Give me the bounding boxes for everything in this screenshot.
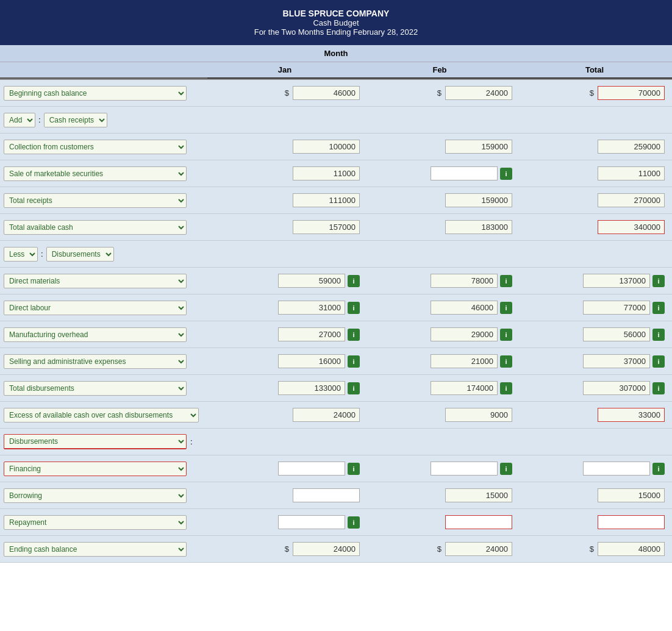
financing-row: Financing i i i — [0, 455, 672, 482]
beginning-total-cell: $ — [516, 86, 668, 100]
disbursements-select[interactable]: Disbursements — [46, 247, 114, 262]
excess-feb-input[interactable] — [445, 408, 512, 422]
excess-total-input[interactable] — [598, 408, 665, 422]
direct-lab-jan-info-btn[interactable]: i — [348, 302, 360, 314]
sell-admin-total-info-btn[interactable]: i — [652, 355, 665, 368]
collection-total-input[interactable] — [598, 140, 665, 154]
total-avail-total-cell — [516, 220, 668, 234]
financing-select[interactable]: Financing — [4, 462, 187, 476]
beginning-jan-input[interactable] — [293, 86, 360, 100]
sell-admin-feb-info-btn[interactable]: i — [500, 355, 512, 368]
mfg-oh-feb-input[interactable] — [431, 327, 498, 341]
financing-total-info-btn[interactable]: i — [652, 463, 665, 475]
direct-lab-select[interactable]: Direct labour — [4, 301, 187, 315]
borrowing-feb-input[interactable] — [445, 488, 512, 502]
mfg-oh-select[interactable]: Manufacturing overhead — [4, 327, 187, 342]
direct-mat-jan-input[interactable] — [278, 274, 345, 288]
total-disb-select[interactable]: Total disbursements — [4, 381, 187, 396]
collection-feb-input[interactable] — [445, 140, 512, 154]
excess-jan-input[interactable] — [293, 408, 360, 422]
beginning-cash-label-cell: Beginning cash balance — [4, 86, 211, 101]
repayment-total-input[interactable] — [598, 515, 665, 529]
direct-lab-total-input[interactable] — [583, 301, 650, 315]
repayment-jan-input[interactable] — [278, 515, 345, 529]
excess-jan-cell — [211, 408, 363, 422]
mfg-oh-jan-info-btn[interactable]: i — [348, 329, 360, 341]
total-receipts-feb-cell — [363, 193, 516, 207]
cash-receipts-select[interactable]: Cash receipts — [44, 113, 107, 127]
financing-total-input[interactable] — [583, 462, 650, 476]
direct-mat-total-input[interactable] — [583, 274, 650, 288]
financing-feb-info-btn[interactable]: i — [500, 463, 512, 475]
direct-lab-total-info-btn[interactable]: i — [652, 302, 665, 314]
total-disb-jan-cell: i — [211, 381, 363, 395]
sale-select[interactable]: Sale of marketable securities — [4, 166, 187, 181]
mfg-oh-total-info-btn[interactable]: i — [652, 329, 665, 341]
repayment-select[interactable]: Repayment — [4, 515, 187, 530]
less-select[interactable]: Less — [4, 247, 38, 262]
beginning-total-input[interactable] — [598, 86, 665, 100]
financing-label-cell: Financing — [4, 462, 211, 476]
total-disb-total-info-btn[interactable]: i — [652, 382, 665, 394]
sale-jan-input[interactable] — [293, 166, 360, 180]
direct-lab-feb-cell: i — [363, 301, 516, 315]
total-receipts-jan-input[interactable] — [293, 193, 360, 207]
direct-mat-total-info-btn[interactable]: i — [652, 275, 665, 287]
direct-mat-feb-info-btn[interactable]: i — [500, 275, 512, 287]
financing-jan-info-btn[interactable]: i — [348, 463, 360, 475]
mfg-oh-feb-info-btn[interactable]: i — [500, 329, 512, 341]
total-avail-total-input[interactable] — [598, 220, 665, 234]
borrowing-total-input[interactable] — [598, 488, 665, 502]
direct-lab-jan-input[interactable] — [278, 301, 345, 315]
sale-feb-input[interactable] — [431, 166, 498, 180]
beginning-cash-select[interactable]: Beginning cash balance — [4, 86, 187, 101]
borrowing-jan-input[interactable] — [293, 488, 360, 502]
financing-jan-input[interactable] — [278, 462, 345, 476]
ending-total-input[interactable] — [598, 542, 665, 556]
beginning-feb-input[interactable] — [445, 86, 512, 100]
direct-mat-select[interactable]: Direct materials — [4, 274, 187, 288]
direct-mat-total-cell: i — [516, 274, 668, 288]
sell-admin-jan-input[interactable] — [278, 354, 345, 368]
disb2-select[interactable]: Disbursements — [4, 434, 187, 449]
total-avail-select[interactable]: Total available cash — [4, 220, 187, 235]
sell-admin-total-input[interactable] — [583, 354, 650, 368]
sell-admin-feb-input[interactable] — [431, 354, 498, 368]
mfg-oh-jan-input[interactable] — [278, 327, 345, 341]
sale-total-input[interactable] — [598, 166, 665, 180]
collection-jan-input[interactable] — [293, 140, 360, 154]
total-avail-row: Total available cash — [0, 214, 672, 241]
direct-lab-feb-input[interactable] — [431, 301, 498, 315]
total-disb-feb-input[interactable] — [431, 381, 498, 395]
direct-lab-feb-info-btn[interactable]: i — [500, 302, 512, 314]
borrowing-select[interactable]: Borrowing — [4, 488, 187, 503]
mfg-oh-total-input[interactable] — [583, 327, 650, 341]
collection-select[interactable]: Collection from customers — [4, 140, 187, 154]
total-avail-feb-input[interactable] — [445, 220, 512, 234]
excess-select[interactable]: Excess of available cash over cash disbu… — [4, 408, 199, 422]
direct-mat-jan-info-btn[interactable]: i — [348, 275, 360, 287]
total-receipts-select[interactable]: Total receipts — [4, 193, 187, 208]
ending-jan-input[interactable] — [293, 542, 360, 556]
total-receipts-total-cell — [516, 193, 668, 207]
total-disb-feb-info-btn[interactable]: i — [500, 382, 512, 394]
add-cash-receipts-row: Add : Cash receipts — [0, 107, 672, 134]
repayment-feb-input[interactable] — [445, 515, 512, 529]
add-prefix: Add : Cash receipts — [4, 113, 107, 127]
direct-labour-row: Direct labour i i i — [0, 294, 672, 321]
sell-admin-jan-info-btn[interactable]: i — [348, 355, 360, 368]
total-disb-total-input[interactable] — [583, 381, 650, 395]
total-disb-jan-input[interactable] — [278, 381, 345, 395]
financing-feb-input[interactable] — [431, 462, 498, 476]
sale-feb-info-btn[interactable]: i — [500, 168, 512, 180]
ending-cash-select[interactable]: Ending cash balance — [4, 542, 187, 557]
sell-admin-select[interactable]: Selling and administrative expenses — [4, 354, 187, 369]
add-select[interactable]: Add — [4, 113, 35, 127]
ending-feb-input[interactable] — [445, 542, 512, 556]
total-disb-jan-info-btn[interactable]: i — [348, 382, 360, 394]
direct-mat-feb-input[interactable] — [431, 274, 498, 288]
repayment-jan-info-btn[interactable]: i — [348, 516, 360, 529]
total-avail-jan-input[interactable] — [293, 220, 360, 234]
total-receipts-total-input[interactable] — [598, 193, 665, 207]
total-receipts-feb-input[interactable] — [445, 193, 512, 207]
